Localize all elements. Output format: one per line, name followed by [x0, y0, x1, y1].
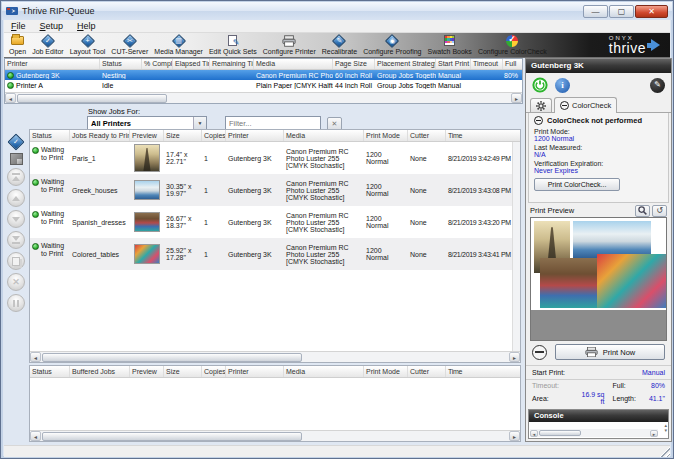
scroll-thumb[interactable]	[42, 432, 302, 441]
printer-status-icon	[7, 72, 14, 79]
length-value: 41.1"	[639, 395, 666, 402]
job-info-button[interactable]	[10, 153, 23, 165]
menu-help[interactable]: Help	[70, 21, 103, 31]
magnifier-icon	[638, 206, 647, 215]
title-bar: Thrive RIP-Queue — ▢ ✕	[2, 2, 672, 20]
edit-job-button[interactable]: ✓	[8, 133, 25, 150]
start-print-value: Manual	[578, 369, 665, 376]
console-output[interactable]: ▴▾ ◄ ►	[529, 422, 668, 438]
console-hscrollbar[interactable]: ◄ ►	[530, 429, 658, 437]
printer-power-icon[interactable]	[532, 77, 548, 93]
printer-row-printer-a[interactable]: Printer A Idle Plain Paper [CMYK Halfton…	[5, 80, 522, 90]
move-job-to-top-button[interactable]	[7, 168, 25, 186]
toolbar-configure-printer-button[interactable]: Configure Printer	[263, 34, 316, 56]
close-button[interactable]: ✕	[635, 5, 668, 18]
menu-setup[interactable]: Setup	[33, 21, 71, 31]
toolbar-media-manager-button[interactable]: ▥ Media Manager	[154, 34, 203, 56]
preview-zoom-button[interactable]	[635, 205, 650, 217]
area-value: 16.9 sq ft	[578, 391, 605, 405]
toolbar-layout-tool-button[interactable]: + Layout Tool	[70, 34, 106, 56]
console-vscroll-arrows[interactable]: ▴▾	[664, 423, 667, 433]
printer-icon	[282, 35, 296, 47]
scroll-right-arrow[interactable]: ►	[509, 352, 520, 362]
printer-side-panel: Gutenberg 3K i ✎	[525, 58, 672, 442]
duplicate-job-button[interactable]	[7, 252, 25, 270]
edit-printer-icon[interactable]: ✎	[650, 78, 665, 93]
scroll-thumb[interactable]	[42, 353, 302, 362]
job-row-greek-houses[interactable]: Waiting to Print Greek_houses 30.35" x 1…	[30, 174, 520, 206]
layout-tool-icon: +	[82, 35, 94, 47]
scroll-left-arrow[interactable]: ◄	[30, 352, 41, 362]
console-section: Console ▴▾ ◄ ►	[528, 409, 669, 439]
menu-file[interactable]: File	[4, 21, 33, 31]
side-panel-tabs: ColorCheck	[526, 97, 671, 113]
last-measured-label: Last Measured:	[534, 144, 663, 151]
preview-reset-button[interactable]: ↺	[652, 205, 667, 217]
printer-status-icon	[7, 82, 14, 89]
move-job-up-button[interactable]	[7, 189, 25, 207]
resize-grip[interactable]	[659, 446, 670, 457]
jobs-table-vscrollbar[interactable]	[512, 142, 520, 351]
timeout-label: Timeout:	[532, 382, 578, 389]
minimize-button[interactable]: —	[583, 5, 608, 18]
toolbar-job-editor-button[interactable]: ✓ Job Editor	[32, 34, 64, 56]
toolbar-recalibrate-button[interactable]: ✎ Recalibrate	[322, 34, 357, 56]
job-preview-thumbnail	[134, 212, 160, 232]
console-title: Console	[529, 410, 668, 422]
job-row-colored-tables[interactable]: Waiting to Print Colored_tables 25.92" x…	[30, 238, 520, 270]
print-colorcheck-button[interactable]: Print ColorCheck...	[534, 178, 620, 191]
tab-colorcheck[interactable]: ColorCheck	[554, 97, 617, 113]
scroll-thumb[interactable]	[539, 430, 581, 436]
menu-bar: File Setup Help	[4, 20, 670, 33]
maximize-button[interactable]: ▢	[609, 5, 634, 18]
print-preview-canvas[interactable]	[530, 217, 667, 341]
delete-job-button[interactable]: ✕	[7, 273, 25, 291]
job-row-paris-1[interactable]: Waiting to Print Paris_1 17.4" x 22.71" …	[30, 142, 520, 174]
printer-table-hscrollbar[interactable]: ◄ ►	[5, 92, 522, 103]
buffered-table-header: Status Buffered Jobs Preview Size Copies…	[30, 366, 520, 378]
scroll-left-arrow[interactable]: ◄	[5, 93, 16, 103]
onyx-thrive-logo: ONYX thrive	[609, 35, 660, 55]
toolbar-cut-server-button[interactable]: ✂ CUT-Server	[111, 34, 148, 56]
toolbar-configure-colorcheck-button[interactable]: ✓ Configure ColorCheck	[478, 34, 547, 56]
preview-image-colored-tables	[597, 254, 667, 308]
jobs-table-hscrollbar[interactable]: ◄ ►	[30, 351, 520, 362]
side-panel-printer-name: Gutenberg 3K	[526, 59, 671, 73]
toolbar-open-button[interactable]: Open	[9, 34, 26, 56]
scroll-thumb[interactable]	[17, 94, 167, 103]
scroll-right-arrow[interactable]: ►	[650, 430, 658, 437]
job-row-spanish-dresses[interactable]: Waiting to Print Spanish_dresses 26.67" …	[30, 206, 520, 238]
print-preview-label: Print Preview	[530, 206, 574, 215]
toolbar-swatch-books-button[interactable]: Swatch Books	[428, 34, 472, 56]
move-job-down-button[interactable]	[7, 210, 25, 228]
scroll-left-arrow[interactable]: ◄	[30, 431, 41, 441]
toolbar-edit-quick-sets-button[interactable]: ✎ Edit Quick Sets	[209, 34, 257, 56]
print-now-button[interactable]: Print Now	[555, 344, 665, 360]
scroll-right-arrow[interactable]: ►	[509, 431, 520, 441]
buffered-jobs-table: Status Buffered Jobs Preview Size Copies…	[29, 365, 521, 442]
buffered-table-hscrollbar[interactable]: ◄ ►	[30, 430, 520, 441]
full-value: 80%	[639, 382, 666, 389]
window-title: Thrive RIP-Queue	[22, 6, 95, 16]
tab-printer-settings[interactable]	[530, 98, 552, 112]
scroll-left-arrow[interactable]: ◄	[530, 430, 538, 437]
remove-from-nest-button[interactable]	[532, 345, 547, 360]
preview-image-spanish-dresses	[540, 258, 604, 308]
pause-job-button[interactable]	[7, 294, 25, 312]
scroll-right-arrow[interactable]: ►	[511, 93, 522, 103]
status-bar	[4, 445, 670, 457]
job-status-icon	[32, 147, 39, 154]
gear-icon	[536, 101, 546, 111]
app-icon	[6, 5, 18, 17]
show-jobs-for-label: Show Jobs For:	[88, 107, 140, 116]
printer-info-icon[interactable]: i	[555, 78, 570, 93]
printer-row-gutenberg-3k[interactable]: Gutenberg 3K Nesting Canon Premium RC Ph…	[5, 70, 522, 80]
job-preview-thumbnail	[134, 244, 160, 264]
move-job-to-bottom-button[interactable]	[7, 231, 25, 249]
colorcheck-status-icon	[560, 101, 569, 110]
toolbar-configure-proofing-button[interactable]: ◉ Configure Proofing	[363, 34, 421, 56]
preview-image-greek-houses	[573, 221, 651, 258]
swatch-books-icon	[444, 35, 455, 46]
job-preview-thumbnail	[134, 180, 160, 200]
print-mode-label: Print Mode:	[534, 128, 663, 135]
